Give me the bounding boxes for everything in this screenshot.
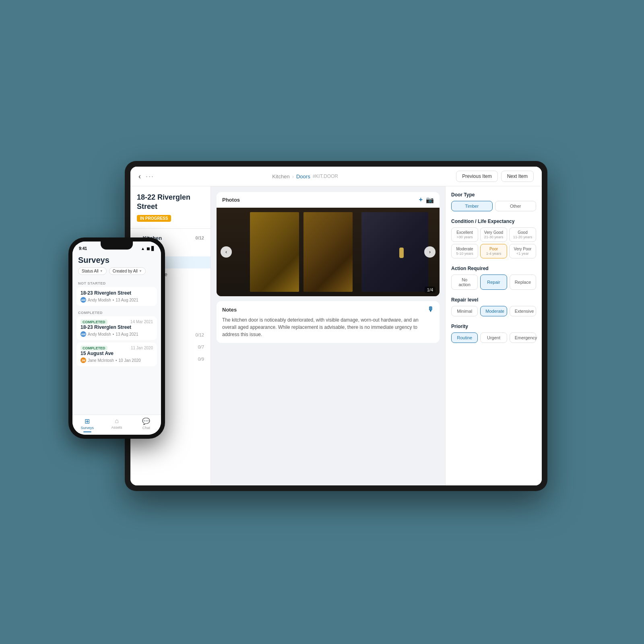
carousel-prev[interactable]: ‹ bbox=[221, 246, 232, 258]
list-item-1-author: Andy Modish bbox=[88, 298, 111, 302]
phone-screen: 9:41 ▲ ◼ ▊ Surveys Status All ▼ bbox=[72, 242, 161, 435]
repair-extensive[interactable]: Extensive bbox=[510, 306, 536, 316]
list-item-2-author: Andy Modish bbox=[88, 332, 111, 336]
back-button[interactable]: ‹ bbox=[138, 172, 141, 181]
tab-chat[interactable]: 💬 Chat bbox=[132, 417, 161, 432]
wifi-icon: ◼ bbox=[147, 246, 150, 251]
repair-moderate[interactable]: Moderate bbox=[480, 306, 507, 316]
created-by-arrow: ▼ bbox=[139, 269, 142, 273]
tablet-screen: ‹ ··· Kitchen › Doors #KIT.DOOR Previous… bbox=[130, 167, 542, 485]
status-icons: ▲ ◼ ▊ bbox=[141, 246, 155, 251]
list-item-1[interactable]: 18-23 Riverglen Street AM Andy Modish • … bbox=[76, 287, 157, 306]
condition-excellent[interactable]: Excellent>30 years bbox=[451, 227, 478, 242]
list-item-2-dot: • bbox=[113, 332, 114, 336]
signal-icon: ▲ bbox=[141, 246, 145, 251]
photo-carousel: ‹ › 1/4 bbox=[217, 208, 440, 296]
photos-label: Photos bbox=[222, 197, 240, 203]
condition-very-good[interactable]: Very Good21-30 years bbox=[480, 227, 507, 242]
door-type-options: Timber Other bbox=[451, 201, 536, 211]
badge-completed-2: COMPLETED bbox=[80, 320, 107, 324]
notes-text: The kitchen door is noticeably deteriora… bbox=[222, 316, 434, 338]
door-type-timber[interactable]: Timber bbox=[451, 201, 493, 211]
dots-menu[interactable]: ··· bbox=[146, 172, 154, 181]
photos-actions: + 📷 bbox=[419, 196, 434, 204]
next-item-button[interactable]: Next Item bbox=[501, 171, 534, 182]
status-filter[interactable]: Status All ▼ bbox=[78, 267, 107, 275]
condition-label: Condition / Life Expectancy bbox=[451, 219, 536, 224]
door-handle bbox=[399, 248, 404, 258]
prev-item-button[interactable]: Previous Item bbox=[456, 171, 497, 182]
action-replace[interactable]: Replace bbox=[510, 275, 536, 290]
survey-address: 18-22 Riverglen Street bbox=[137, 193, 204, 212]
action-options: No action Repair Replace bbox=[451, 275, 536, 290]
photos-header: Photos + 📷 bbox=[217, 192, 440, 208]
avatar-1: AM bbox=[80, 297, 86, 303]
list-item-3-meta: JM Jane McIntosh • 10 Jan 2020 bbox=[80, 357, 153, 363]
mic-icon[interactable]: 🎙 bbox=[427, 306, 434, 313]
breadcrumb-tag: #KIT.DOOR bbox=[313, 173, 338, 179]
chat-tab-label: Chat bbox=[142, 426, 150, 430]
assets-tab-icon: ⌂ bbox=[115, 417, 119, 425]
list-item-3[interactable]: COMPLETED 11 Jan 2020 15 August Ave JM J… bbox=[76, 343, 157, 366]
priority-emergency[interactable]: Emergency bbox=[510, 332, 536, 343]
phone-notch bbox=[101, 242, 133, 250]
list-item-3-date: 10 Jan 2020 bbox=[119, 358, 141, 363]
list-item-1-dot: • bbox=[113, 298, 114, 302]
condition-options: Excellent>30 years Very Good21-30 years … bbox=[451, 227, 536, 258]
chat-tab-icon: 💬 bbox=[142, 417, 150, 425]
carousel-next[interactable]: › bbox=[424, 246, 436, 258]
breadcrumb: Kitchen › Doors #KIT.DOOR bbox=[272, 173, 338, 180]
priority-routine[interactable]: Routine bbox=[451, 332, 478, 343]
main-content: Photos + 📷 bbox=[211, 186, 445, 485]
status-filter-label: Status All bbox=[82, 269, 99, 273]
door-type-group: Door Type Timber Other bbox=[451, 192, 536, 211]
list-item-3-author: Jane McIntosh bbox=[88, 358, 114, 363]
repair-minimal[interactable]: Minimal bbox=[451, 306, 478, 316]
photos-card: Photos + 📷 bbox=[217, 192, 440, 296]
badge-completed-3: COMPLETED bbox=[80, 346, 107, 351]
priority-options: Routine Urgent Emergency bbox=[451, 332, 536, 343]
action-repair[interactable]: Repair bbox=[480, 275, 507, 290]
avatar-2: AM bbox=[80, 331, 86, 337]
list-item-2-badge-date: 14 Mar 2021 bbox=[130, 320, 153, 324]
action-no-action[interactable]: No action bbox=[451, 275, 478, 290]
surveys-tab-icon: ⊞ bbox=[85, 417, 90, 425]
notes-header: Notes 🎙 bbox=[222, 306, 434, 313]
list-item-3-badge-date: 11 Jan 2020 bbox=[131, 346, 153, 350]
condition-good[interactable]: Good11-20 years bbox=[509, 227, 536, 242]
section-not-started: NOT STARTED bbox=[76, 279, 157, 287]
phone-header: Surveys Status All ▼ Created by All ▼ bbox=[72, 253, 161, 279]
phone-filters: Status All ▼ Created by All ▼ bbox=[78, 267, 155, 275]
phone-tabbar: ⊞ Surveys ⌂ Assets 💬 Chat bbox=[72, 415, 161, 435]
breadcrumb-parent[interactable]: Kitchen bbox=[272, 173, 289, 180]
condition-poor[interactable]: Poor1-4 years bbox=[480, 244, 507, 258]
condition-group: Condition / Life Expectancy Excellent>30… bbox=[451, 219, 536, 258]
tablet-body: 18-22 Riverglen Street IN PROGRESS ⌄ Kit… bbox=[130, 186, 542, 485]
tab-assets[interactable]: ⌂ Assets bbox=[102, 417, 131, 432]
list-item-2-meta: AM Andy Modish • 13 Aug 2021 bbox=[80, 331, 153, 337]
priority-urgent[interactable]: Urgent bbox=[480, 332, 507, 343]
tab-underline bbox=[83, 431, 91, 432]
list-item-2[interactable]: COMPLETED 14 Mar 2021 18-23 Riverglen St… bbox=[76, 316, 157, 340]
nav-section-count: 0/12 bbox=[196, 235, 204, 240]
condition-moderate[interactable]: Moderate5-10 years bbox=[451, 244, 478, 258]
created-by-filter[interactable]: Created by All ▼ bbox=[109, 267, 146, 275]
priority-label: Priority bbox=[451, 324, 536, 329]
breadcrumb-sep: › bbox=[292, 173, 294, 180]
nav-buttons: Previous Item Next Item bbox=[456, 171, 534, 182]
avatar-3: JM bbox=[80, 357, 86, 363]
condition-very-poor[interactable]: Very Poor<1 year bbox=[509, 244, 536, 258]
door-dark-panel bbox=[361, 212, 428, 292]
topbar-left: ‹ ··· bbox=[138, 172, 154, 181]
door-type-other[interactable]: Other bbox=[495, 201, 537, 211]
phone-list: NOT STARTED 18-23 Riverglen Street AM An… bbox=[72, 279, 161, 415]
phone-device: 9:41 ▲ ◼ ▊ Surveys Status All ▼ bbox=[68, 237, 165, 439]
add-photo-icon[interactable]: + bbox=[419, 196, 423, 204]
tablet-device: ‹ ··· Kitchen › Doors #KIT.DOOR Previous… bbox=[125, 161, 547, 491]
surveys-tab-label: Surveys bbox=[80, 426, 94, 430]
scene: ‹ ··· Kitchen › Doors #KIT.DOOR Previous… bbox=[60, 141, 584, 503]
section-completed: COMPLETED bbox=[76, 308, 157, 316]
tab-surveys[interactable]: ⊞ Surveys bbox=[72, 417, 102, 432]
breadcrumb-current: Doors bbox=[296, 173, 310, 180]
camera-icon[interactable]: 📷 bbox=[426, 196, 434, 204]
